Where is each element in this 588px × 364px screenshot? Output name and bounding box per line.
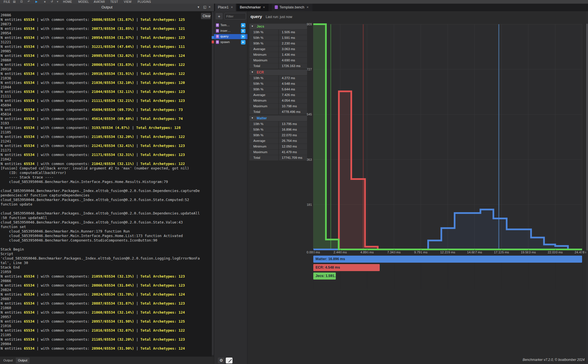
stat-row-label: Maximum [249, 104, 278, 109]
console-bench-line: N entities 65534 | with common component… [1, 26, 212, 31]
menu-home[interactable]: HOME [63, 0, 72, 3]
output-console[interactable]: 20886N entities 65534 | with common comp… [0, 11, 212, 356]
run-benchmark-play-button[interactable]: ▶ [241, 29, 245, 33]
console-count-line: 21016 [1, 324, 212, 328]
console-log-line [1, 243, 212, 247]
console-log-line: cloud_5853950046.Benchmarker.Components.… [1, 238, 212, 243]
file-menu[interactable]: FILE [4, 0, 10, 3]
y-axis-tick-label: 181 [299, 203, 312, 206]
book-fold-decoration [228, 359, 232, 362]
console-log-line: function set [1, 225, 212, 229]
legend-label: Jecs: 1.591… [313, 273, 336, 280]
console-bench-line: N entities 65534 | with common component… [1, 126, 212, 130]
console-log-line: pendencies:47 function captureDependenci… [1, 193, 212, 198]
close-tab-icon[interactable]: × [307, 5, 308, 9]
tab-template-bench[interactable]: Template.bench× [272, 4, 312, 11]
output-bottom-tab[interactable]: Output [1, 358, 15, 363]
chevron-down-icon[interactable]: ▾ [198, 5, 199, 9]
filter-input[interactable] [224, 13, 246, 19]
legend-bar-jecs: Jecs: 1.591… [313, 273, 336, 280]
gridline-extension [582, 249, 582, 289]
console-log-line: :50 function updateAll [1, 216, 212, 220]
console-log-line: [Fusion] Computed callback error: invali… [1, 166, 212, 171]
console-log-line: Script [1, 252, 212, 256]
console-count-line: 21044 [1, 85, 212, 90]
console-count-line: 20985 [1, 49, 212, 53]
output-bottom-tab[interactable]: Output [16, 358, 30, 363]
run-benchmark-play-button[interactable]: ▶ [241, 40, 245, 44]
run-benchmark-play-button[interactable]: ▶ [241, 34, 245, 39]
stat-row-value: 3.063 ms [279, 46, 307, 52]
stat-row-value: 2.230 ms [279, 41, 307, 46]
redo-icon[interactable]: ↺ [51, 0, 53, 3]
docs-book-icon[interactable] [226, 358, 232, 363]
console-log-line: cloud_5853950046.Benchmarker.Packages._I… [1, 189, 212, 193]
right-scrollbar-thumb[interactable] [586, 24, 588, 251]
undo-icon[interactable]: ↶ [28, 0, 30, 3]
gridline-extension [421, 249, 421, 289]
benchmark-item-inser[interactable]: inser…▶ [214, 28, 247, 34]
menu-view[interactable]: VIEW [124, 0, 132, 3]
script-icon [216, 29, 219, 33]
console-bench-line: N entities 65534 | with common component… [1, 144, 212, 148]
chevron-down-icon[interactable]: ▾ [57, 0, 58, 3]
console-log-line: tal', Line 30 [1, 261, 212, 265]
stat-row-label: 90th % [249, 87, 278, 92]
menu-test[interactable]: TEST [110, 0, 118, 3]
save-icon[interactable]: ⊡ [20, 0, 23, 3]
document-tabstrip: Place1×Benchmarker×Template.bench× [214, 4, 588, 11]
section-header-jecs[interactable]: ▾Jecs [249, 24, 307, 29]
menu-avatar[interactable]: AVATAR [94, 0, 105, 3]
y-axis-tick-label: 545 [299, 113, 312, 116]
gridline-extension [394, 249, 394, 289]
run-benchmark-play-button[interactable]: ▶ [241, 23, 245, 28]
console-bench-line: N entities 65534 | with common component… [1, 117, 212, 121]
output-scrollbar-thumb[interactable] [212, 12, 214, 355]
chevron-down-icon[interactable]: ▾ [252, 116, 253, 119]
section-title: ECR [257, 70, 264, 74]
console-count-line: 21036 [1, 76, 212, 81]
menu-plugins[interactable]: PLUGINS [138, 0, 151, 3]
section-header-matter[interactable]: ▾Matter [249, 115, 307, 121]
legend-label: Matter: 16.896 ms [313, 256, 582, 263]
document-icon[interactable]: ▤ [13, 0, 15, 3]
y-axis-tick-label: 363 [299, 158, 312, 161]
output-bottom-tabbar: OutputOutput [0, 356, 214, 364]
console-count-line: 21171 [1, 148, 212, 153]
console-bench-line: N entities 65534 | with common component… [1, 346, 212, 351]
menu-model[interactable]: MODEL [78, 0, 89, 3]
benchmark-item-query[interactable]: query▶ [214, 34, 247, 39]
play-icon[interactable]: ▶ [35, 0, 38, 3]
benchmark-item-tem[interactable]: Tem…▶ [214, 23, 247, 28]
chevron-down-icon[interactable]: ▾ [252, 70, 253, 73]
benchmark-item-spawn[interactable]: spawn▶ [214, 40, 247, 45]
output-scrollbar[interactable] [212, 11, 214, 356]
stat-row-value: 4.054 ms [279, 98, 307, 103]
tab-benchmarker[interactable]: Benchmarker× [237, 4, 269, 11]
close-tab-icon[interactable]: × [231, 5, 233, 9]
stat-row-value: 26.764 ms [279, 138, 307, 144]
app-window: FILE ▤⊡↶▶■↺▾ HOMEMODELAVATARTESTVIEWPLUG… [0, 0, 588, 364]
stat-row-label: Minimum [249, 98, 278, 103]
close-tab-icon[interactable]: × [263, 5, 265, 9]
section-header-ecr[interactable]: ▾ECR [249, 70, 307, 75]
script-icon [275, 5, 278, 9]
console-bench-line: N entities 65534 | with common component… [1, 310, 212, 315]
console-bench-line: N entities 65534 | with common component… [1, 35, 212, 40]
stop-icon[interactable]: ■ [44, 0, 46, 3]
close-icon[interactable]: × [209, 5, 211, 9]
clear-button[interactable]: Clear [201, 13, 211, 19]
add-benchmark-button[interactable]: + [216, 13, 223, 19]
stat-row-label: Total [249, 109, 278, 115]
console-count-line: 21241 [1, 139, 212, 144]
dock-icon[interactable]: ◱ [203, 5, 206, 9]
gridline-extension [528, 249, 529, 289]
console-count-line: 45614 [1, 112, 212, 117]
console-bench-line: N entities 65534 | with common component… [1, 72, 212, 76]
chevron-down-icon[interactable]: ▾ [252, 24, 253, 28]
stat-row-value: 22.070 ms [279, 133, 307, 138]
settings-gear-icon[interactable]: ⚙ [218, 358, 225, 363]
console-count-line: 20860 [1, 58, 212, 62]
console-log-line: ---- Stack trace ---- [1, 175, 212, 180]
tab-place1[interactable]: Place1× [215, 4, 236, 11]
